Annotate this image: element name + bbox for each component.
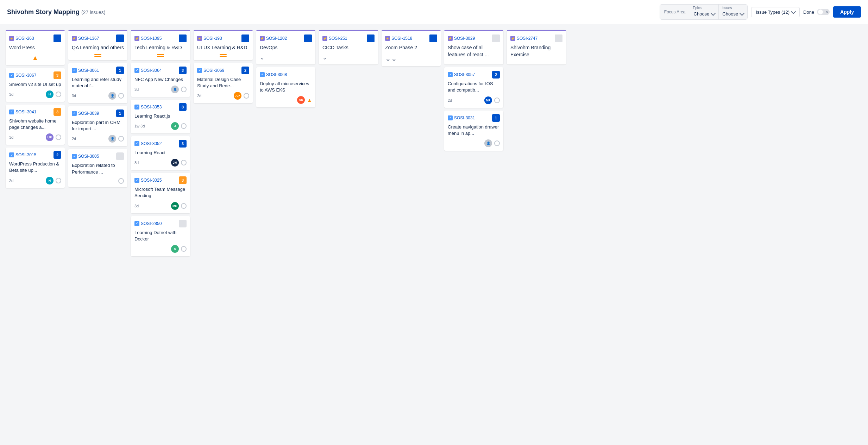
- card-id-link[interactable]: ✓ SOSI-3041: [9, 109, 36, 114]
- issue-type-icon: ✓: [134, 68, 139, 73]
- epic-id-link[interactable]: ⚡ SOSI-251: [322, 36, 347, 41]
- card-header: ✓ SOSI-3068: [260, 71, 312, 79]
- card-id-link[interactable]: ✓ SOSI-3025: [134, 178, 162, 183]
- issue-type-icon: ✓: [9, 73, 14, 78]
- card-id-link[interactable]: ✓ SOSI-3069: [197, 68, 224, 73]
- card-title: WordPress Production & Beta site up...: [9, 161, 61, 174]
- epics-section: Epics Choose: [690, 5, 719, 19]
- choose-epics-button[interactable]: Choose: [690, 10, 719, 19]
- issue-type-icon: ✓: [134, 178, 139, 183]
- column-1: ⚡ SOSI-1367 QA Learning and others ✓ SOS…: [68, 30, 127, 187]
- status-circle[interactable]: [181, 87, 187, 92]
- issue-type-icon: ✓: [448, 115, 453, 120]
- card-time: 3d: [9, 92, 13, 96]
- epic-title: Show case of all features of react ...: [448, 44, 500, 58]
- card-badge-empty: [304, 71, 312, 79]
- card-id-link[interactable]: ✓ SOSI-3053: [134, 105, 162, 109]
- card-id-link[interactable]: ✓ SOSI-3052: [134, 141, 162, 146]
- card-badge: 2: [492, 71, 500, 79]
- status-circle[interactable]: [181, 123, 187, 129]
- epic-card-header: ⚡ SOSI-1202: [260, 35, 312, 42]
- story-card: ✓ SOSI-2850 Learning Dotnet with Docker …: [131, 216, 190, 256]
- status-circle[interactable]: [56, 178, 61, 183]
- epic-card-header: ⚡ SOSI-1367: [72, 35, 124, 42]
- done-toggle-switch[interactable]: ✕: [817, 9, 830, 15]
- status-circle[interactable]: [56, 92, 61, 97]
- avatar: SR: [297, 96, 305, 104]
- epic-id-link[interactable]: ⚡ SOSI-3029: [448, 36, 475, 41]
- epic-id-link[interactable]: ⚡ SOSI-1095: [134, 36, 162, 41]
- epic-title: CICD Tasks: [322, 44, 375, 51]
- status-circle[interactable]: [181, 160, 187, 165]
- avatar: H: [46, 177, 54, 184]
- page-title: Shivohm Story Mapping (27 issues): [7, 8, 106, 16]
- card-id-link[interactable]: ✓ SOSI-3057: [448, 72, 475, 77]
- epic-id-link[interactable]: ⚡ SOSI-1367: [72, 36, 99, 41]
- epic-color-block: [555, 35, 562, 42]
- expand-icon[interactable]: ⌄: [260, 55, 264, 61]
- column-6: ⚡ SOSI-1518 Zoom Phase 2 ⌄⌄: [382, 30, 441, 66]
- epic-id-link[interactable]: ⚡ SOSI-193: [197, 36, 222, 41]
- column-2: ⚡ SOSI-1095 Tech Learning & R&D ✓ SOSI-3…: [131, 30, 190, 256]
- card-footer: 3d 👤: [72, 92, 124, 100]
- focus-area-label: Focus Area: [660, 7, 690, 17]
- avatar: JM: [171, 159, 179, 167]
- epic-issue-icon: ⚡: [448, 36, 453, 41]
- epic-card-header: ⚡ SOSI-1095: [134, 35, 187, 42]
- card-id-link[interactable]: ✓ SOSI-3068: [260, 72, 287, 77]
- issue-types-button[interactable]: Issue Types (12): [751, 7, 800, 17]
- card-id-link[interactable]: ✓ SOSI-2850: [134, 221, 162, 226]
- epic-card: ⚡ SOSI-1367 QA Learning and others: [68, 30, 127, 60]
- status-circle[interactable]: [244, 93, 249, 99]
- card-id-link[interactable]: ✓ SOSI-3064: [134, 68, 162, 73]
- story-card: ✓ SOSI-3041 3 Shivohm website home page …: [6, 105, 65, 145]
- header: Shivohm Story Mapping (27 issues) Focus …: [0, 0, 868, 24]
- epic-card-header: ⚡ SOSI-3029: [448, 35, 500, 42]
- epic-id-link[interactable]: ⚡ SOSI-263: [9, 36, 34, 41]
- epic-issue-icon: ⚡: [322, 36, 327, 41]
- avatar: 👤: [484, 139, 492, 147]
- expand-icon[interactable]: ⌄: [322, 55, 327, 61]
- epic-id-link[interactable]: ⚡ SOSI-1518: [385, 36, 412, 41]
- card-id-link[interactable]: ✓ SOSI-3031: [448, 115, 475, 120]
- priority-indicator: [197, 54, 249, 57]
- card-id-link[interactable]: ✓ SOSI-3005: [72, 154, 99, 159]
- epic-id-link[interactable]: ⚡ SOSI-2747: [510, 36, 537, 41]
- epic-id-link[interactable]: ⚡ SOSI-1202: [260, 36, 287, 41]
- card-title: Deploy all microservices to AWS EKS: [260, 81, 312, 93]
- expand-icon[interactable]: ⌄⌄: [385, 55, 397, 62]
- status-circle[interactable]: [494, 98, 500, 103]
- epic-issue-icon: ⚡: [9, 36, 14, 41]
- toggle-knob: [818, 10, 823, 14]
- card-footer: 3d UP: [9, 133, 61, 141]
- apply-button[interactable]: Apply: [833, 6, 861, 18]
- card-header: ✓ SOSI-3067 3: [9, 71, 61, 79]
- epic-title: Zoom Phase 2: [385, 44, 437, 51]
- card-id-link[interactable]: ✓ SOSI-3061: [72, 68, 99, 73]
- status-circle[interactable]: [118, 136, 124, 142]
- card-avatars: 👤: [171, 86, 187, 93]
- card-title: Create navigation drawer menu in ap...: [448, 124, 500, 137]
- issue-count: (27 issues): [81, 10, 105, 15]
- story-card: ✓ SOSI-3064 3 NFC App New Changes 3d 👤: [131, 63, 190, 97]
- avatar: AP: [234, 92, 241, 100]
- card-id-link[interactable]: ✓ SOSI-3015: [9, 152, 36, 157]
- epic-title: DevOps: [260, 44, 312, 51]
- card-time: 2d: [9, 178, 13, 183]
- card-badge: 1: [492, 114, 500, 122]
- card-title: Learning and refer study material f...: [72, 76, 124, 89]
- choose-issues-button[interactable]: Choose: [719, 10, 747, 19]
- status-circle[interactable]: [494, 140, 500, 146]
- status-circle[interactable]: [118, 93, 124, 99]
- card-badge: 1: [116, 109, 124, 117]
- card-avatars: JM: [171, 159, 187, 167]
- status-circle[interactable]: [56, 134, 61, 140]
- card-id-link[interactable]: ✓ SOSI-3039: [72, 111, 99, 116]
- epic-color-block: [429, 35, 437, 42]
- card-avatars: SR ▲: [297, 96, 312, 104]
- status-circle[interactable]: [181, 246, 187, 252]
- epic-card-header: ⚡ SOSI-263: [9, 35, 61, 42]
- status-circle[interactable]: [118, 178, 124, 184]
- card-id-link[interactable]: ✓ SOSI-3067: [9, 73, 36, 78]
- status-circle[interactable]: [181, 203, 187, 209]
